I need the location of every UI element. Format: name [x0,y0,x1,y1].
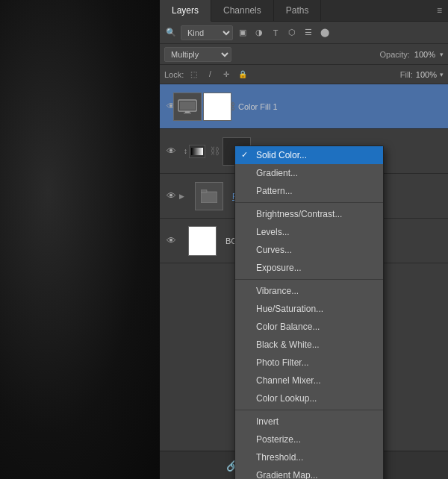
layer-thumbnail [190,178,228,215]
dropdown-item-posterize[interactable]: Posterize... [235,431,383,448]
lock-transparency-icon[interactable]: ⬚ [187,68,200,81]
opacity-label: Opacity: [380,50,410,59]
dropdown-item-exposure[interactable]: Exposure... [235,259,383,277]
opacity-value: 100% [414,50,435,59]
dropdown-item-gradient-map[interactable]: Gradient Map... [235,466,383,479]
dropdown-separator-2 [235,279,383,280]
visibility-icon[interactable]: 👁 [163,145,179,157]
opacity-arrow[interactable]: ▾ [440,51,444,58]
type-filter-icon[interactable]: T [269,26,282,40]
expand-arrow[interactable]: ▶ [179,192,184,200]
canvas-background [0,0,160,479]
adjustment-filter-icon[interactable]: ◑ [252,26,266,40]
svg-rect-2 [185,111,190,113]
dropdown-item-color-lookup[interactable]: Color Lookup... [235,389,383,407]
tab-layers[interactable]: Layers [160,0,211,22]
dropdown-item-curves[interactable]: Curves... [235,241,383,259]
chain-icon: ⛓ [210,145,220,157]
filter-toggle-icon[interactable]: ⬤ [318,26,332,40]
dropdown-separator-1 [235,202,383,203]
fill-label: Fill: [400,70,413,79]
fill-arrow[interactable]: ▾ [440,71,444,78]
dropdown-item-black-white[interactable]: Black & White... [235,336,383,354]
svg-rect-4 [201,192,217,203]
svg-rect-1 [180,101,195,110]
dropdown-item-gradient[interactable]: Gradient... [235,164,383,182]
filter-toolbar: 🔍 Kind ▣ ◑ T ⬡ ☰ ⬤ [160,22,448,44]
layers-panel: Layers Channels Paths ≡ 🔍 Kind ▣ ◑ T ⬡ ☰… [160,0,448,479]
blend-mode-select[interactable]: Multiply [164,47,231,62]
svg-rect-3 [184,113,191,113]
fill-value: 100% [416,70,437,79]
layer-row[interactable]: 👁 ⛓ Color Fill 1 [160,84,448,129]
lock-paint-icon[interactable]: / [203,68,217,81]
lock-label: Lock: [164,70,184,79]
lock-position-icon[interactable]: ✛ [220,68,233,81]
tab-channels[interactable]: Channels [211,0,274,21]
lock-row: Lock: ⬚ / ✛ 🔒 Fill: 100% ▾ [160,65,448,84]
dropdown-item-channel-mixer[interactable]: Channel Mixer... [235,372,383,389]
visibility-icon[interactable]: 👁 [163,190,179,201]
dropdown-item-hue-saturation[interactable]: Hue/Saturation... [235,300,383,318]
blend-mode-row: Multiply Opacity: 100% ▾ [160,44,448,65]
dropdown-item-invert[interactable]: Invert [235,413,383,431]
dropdown-item-levels[interactable]: Levels... [235,223,383,241]
kind-select[interactable]: Kind [181,25,233,40]
search-icon: 🔍 [164,26,178,40]
tab-paths[interactable]: Paths [274,0,322,21]
panel-menu-button[interactable]: ≡ [431,0,448,21]
visibility-icon[interactable]: 👁 [163,235,179,246]
shape-filter-icon[interactable]: ⬡ [285,26,299,40]
dropdown-item-brightness-contrast[interactable]: Brightness/Contrast... [235,205,383,223]
smart-filter-icon[interactable]: ☰ [302,26,315,40]
dropdown-separator-3 [235,410,383,410]
canvas-panel [0,0,160,479]
dropdown-item-vibrance[interactable]: Vibrance... [235,282,383,300]
new-fill-adjustment-dropdown: Solid Color... Gradient... Pattern... Br… [234,145,384,479]
svg-rect-5 [201,190,207,192]
layer-thumbnail [184,222,221,260]
dropdown-item-threshold[interactable]: Threshold... [235,448,383,466]
layer-name: Color Fill 1 [238,102,445,111]
panel-tabs: Layers Channels Paths ≡ [160,0,448,22]
dropdown-item-color-balance[interactable]: Color Balance... [235,318,383,336]
lock-all-icon[interactable]: 🔒 [236,68,249,81]
dropdown-item-solid-color[interactable]: Solid Color... [235,146,383,164]
layer-thumbnail [184,88,221,125]
pixel-filter-icon[interactable]: ▣ [236,26,249,40]
dropdown-item-photo-filter[interactable]: Photo Filter... [235,354,383,372]
dropdown-item-pattern[interactable]: Pattern... [235,182,383,200]
